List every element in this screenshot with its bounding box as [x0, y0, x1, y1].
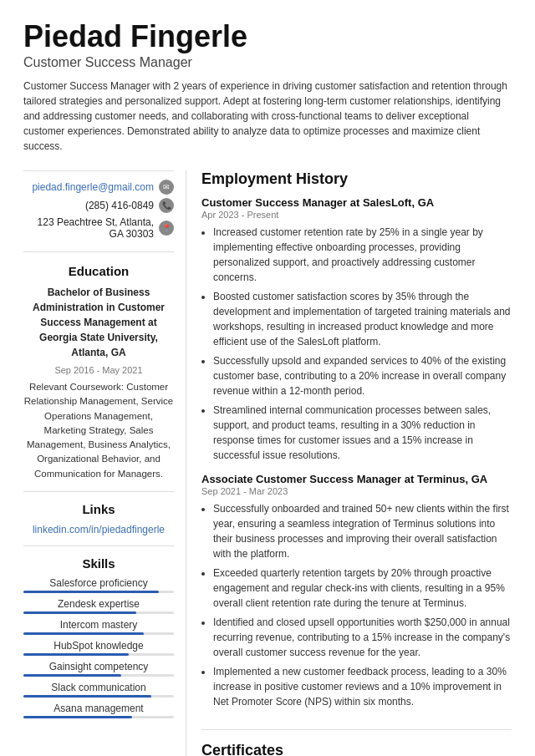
skill-label: Asana management [23, 703, 174, 714]
email-icon: ✉ [159, 180, 174, 195]
bullet-item: Boosted customer satisfaction scores by … [213, 289, 512, 349]
skill-item: Gainsight competency [23, 661, 174, 677]
education-dates: Sep 2016 - May 2021 [23, 363, 174, 378]
skill-item: Salesforce proficiency [23, 577, 174, 593]
two-columns: piedad.fingerle@gmail.com ✉ (285) 416-08… [23, 170, 512, 756]
skill-item: Zendesk expertise [23, 598, 174, 614]
skill-item: HubSpot knowledge [23, 640, 174, 656]
phone-value: (285) 416-0849 [85, 200, 154, 211]
bullet-item: Implemented a new customer feedback proc… [213, 664, 512, 709]
skills-section: Skills Salesforce proficiency Zendesk ex… [23, 556, 174, 728]
job-entry: Associate Customer Success Manager at Te… [201, 473, 512, 709]
education-coursework: Relevant Coursework: Customer Relationsh… [23, 380, 174, 481]
skill-bar-fill [23, 632, 144, 635]
job-title: Customer Success Manager at SalesLoft, G… [201, 196, 512, 209]
candidate-summary: Customer Success Manager with 2 years of… [23, 79, 512, 154]
resume-page: Piedad Fingerle Customer Success Manager… [0, 0, 535, 756]
skill-item: Slack communication [23, 682, 174, 698]
skill-bar-fill [23, 716, 132, 718]
skills-title: Skills [23, 556, 174, 571]
jobs-list: Customer Success Manager at SalesLoft, G… [201, 196, 512, 709]
skill-label: Slack communication [23, 682, 174, 693]
address-item: 123 Peachtree St, Atlanta, GA 30303 📍 [23, 216, 174, 240]
job-bullets: Successfully onboarded and trained 50+ n… [201, 501, 512, 709]
linkedin-link[interactable]: linkedin.com/in/piedadfingerle [33, 524, 165, 535]
location-icon: 📍 [159, 221, 174, 236]
skill-label: HubSpot knowledge [23, 640, 174, 652]
skill-bar-bg [23, 674, 174, 677]
address-value: 123 Peachtree St, Atlanta, GA 30303 [23, 216, 154, 240]
skill-label: Salesforce proficiency [23, 577, 174, 589]
bullet-item: Streamlined internal communication proce… [213, 403, 512, 463]
skill-bar-bg [23, 611, 174, 614]
skill-bar-bg [23, 591, 174, 593]
job-title: Associate Customer Success Manager at Te… [201, 473, 512, 485]
links-section: Links linkedin.com/in/piedadfingerle [23, 502, 174, 546]
contact-section: piedad.fingerle@gmail.com ✉ (285) 416-08… [23, 170, 174, 252]
skill-bar-bg [23, 716, 174, 718]
bullet-item: Successfully upsold and expanded service… [213, 353, 512, 398]
bullet-item: Exceeded quarterly retention targets by … [213, 566, 512, 611]
links-title: Links [23, 502, 174, 516]
skill-label: Intercom mastery [23, 619, 174, 631]
employment-title: Employment History [201, 170, 512, 191]
skill-bar-fill [23, 674, 121, 677]
candidate-name: Piedad Fingerle [23, 20, 512, 53]
left-column: piedad.fingerle@gmail.com ✉ (285) 416-08… [23, 170, 186, 756]
header-section: Piedad Fingerle Customer Success Manager… [23, 20, 512, 154]
certs-title: Certificates [201, 742, 512, 756]
job-dates: Sep 2021 - Mar 2023 [201, 486, 512, 496]
phone-item: (285) 416-0849 📞 [23, 198, 174, 213]
coursework-text: Customer Relationship Management, Servic… [24, 382, 173, 479]
employment-section: Employment History Customer Success Mana… [201, 170, 512, 730]
skill-bar-bg [23, 653, 174, 656]
email-link[interactable]: piedad.fingerle@gmail.com [32, 181, 154, 193]
bullet-item: Increased customer retention rate by 25%… [213, 225, 512, 285]
skill-bar-fill [23, 591, 159, 593]
skill-bar-fill [23, 611, 136, 614]
email-item: piedad.fingerle@gmail.com ✉ [23, 180, 174, 195]
education-section: Education Bachelor of Business Administr… [23, 264, 174, 492]
education-degree: Bachelor of Business Administration in C… [33, 287, 165, 358]
skill-bar-fill [23, 653, 129, 656]
coursework-label: Relevant Coursework: [29, 382, 124, 392]
skill-label: Zendesk expertise [23, 598, 174, 610]
skill-label: Gainsight competency [23, 661, 174, 672]
job-dates: Apr 2023 - Present [201, 210, 512, 220]
certs-section: Certificates Certified Customer Success … [201, 742, 512, 756]
job-bullets: Increased customer retention rate by 25%… [201, 225, 512, 463]
candidate-title: Customer Success Manager [23, 55, 512, 70]
right-column: Employment History Customer Success Mana… [186, 170, 512, 756]
skill-bar-fill [23, 695, 151, 698]
skill-bar-bg [23, 632, 174, 635]
phone-icon: 📞 [159, 198, 174, 213]
skill-item: Intercom mastery [23, 619, 174, 635]
education-title: Education [23, 264, 174, 278]
skill-bar-bg [23, 695, 174, 698]
skills-list: Salesforce proficiency Zendesk expertise… [23, 577, 174, 718]
education-content: Bachelor of Business Administration in C… [23, 285, 174, 481]
skill-item: Asana management [23, 703, 174, 718]
bullet-item: Identified and closed upsell opportuniti… [213, 615, 512, 660]
bullet-item: Successfully onboarded and trained 50+ n… [213, 501, 512, 561]
job-entry: Customer Success Manager at SalesLoft, G… [201, 196, 512, 463]
